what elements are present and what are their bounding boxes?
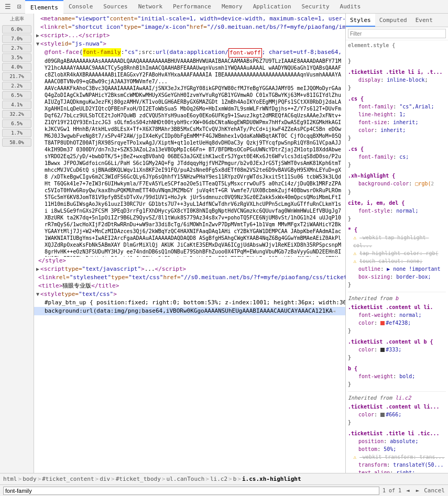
prop-transform-tl: transform: translateY(50...: [353, 461, 446, 469]
prop-webkit-transform-1: ⚠ -webkit-transform: trans...: [353, 453, 446, 461]
rule-xh-highlight: .xh-highlight { background-color: □rgb(2…: [348, 172, 446, 196]
breadcrumb-body[interactable]: body: [23, 476, 37, 482]
gutter-item-2[interactable]: 7.0%: [2, 35, 31, 43]
tab-elements[interactable]: Elements: [25, 0, 63, 14]
tab-application[interactable]: Application: [248, 0, 297, 14]
code-line-2: <link rel="shortcut icon" type="image/x-…: [34, 23, 345, 31]
tab-sources[interactable]: Sources: [98, 0, 133, 14]
prop-background-color: background-color: □rgb(2: [353, 180, 446, 188]
prop-font-weight: font-weight: normal;: [353, 311, 446, 319]
warning-icon-1: ⚠: [353, 235, 356, 240]
prop-color-666: color: #666;: [353, 411, 446, 418]
tab-audits[interactable]: Audits: [335, 0, 366, 14]
code-line-fontface: @font-face{font-family:"cs";src:url(data…: [34, 48, 345, 257]
gutter-item-7[interactable]: 2.2%: [2, 82, 31, 90]
rule-ticketlist-title: .ticketList .title li i, .t... display: …: [348, 68, 446, 92]
rule-selector-star: * {: [348, 227, 357, 233]
rule-selector-tl-ul: .ticketList .content ul li.: [348, 304, 433, 310]
search-cancel-button[interactable]: Cancel: [424, 487, 445, 494]
breadcrumb-sep-3: >: [95, 476, 99, 482]
gutter-item-1[interactable]: 6.0%: [2, 25, 31, 34]
tab-security[interactable]: Security: [297, 0, 335, 14]
gutter-item-9[interactable]: 4.1%: [2, 101, 31, 109]
gutter-item-11[interactable]: 6.5%: [2, 119, 31, 128]
breadcrumb-ticket-tbody[interactable]: #ticket_tbody: [116, 476, 161, 482]
breadcrumb-div[interactable]: div: [100, 476, 110, 482]
divider-2: [348, 391, 446, 392]
elements-content[interactable]: <meta name="viewport" content="initial-s…: [34, 14, 345, 473]
tab-console[interactable]: Console: [63, 0, 98, 14]
breadcrumb-li-c2[interactable]: li.c2: [210, 476, 227, 482]
breadcrumb-html[interactable]: html: [3, 476, 17, 482]
elements-panel: <meta name="viewport" content="initial-s…: [34, 14, 346, 473]
select-icon[interactable]: ⊡: [14, 1, 25, 13]
rule-close-brace: }: [348, 58, 351, 64]
tab-performance[interactable]: Performance: [168, 0, 216, 14]
tab-network[interactable]: Network: [133, 0, 168, 14]
rule-selector-cs1: .cs {: [348, 96, 364, 102]
rule-selector-tl-b: .ticketList .content ul b {: [348, 339, 433, 345]
styles-panel: Styles Computed Event List element.style…: [346, 14, 448, 473]
gutter-item-12[interactable]: 1.7%: [2, 129, 31, 137]
gutter-item-8[interactable]: 6.5%: [2, 91, 31, 100]
breadcrumb-bar: html > body > #ticket_content > div > #t…: [0, 473, 448, 484]
rule-selector-cs2: .cs {: [348, 146, 364, 152]
search-bar: 1 of 1 ◄ ► Cancel: [0, 484, 448, 496]
gutter-item-6[interactable]: 21.7%: [2, 72, 31, 81]
gutter-item-13[interactable]: 58.0%: [2, 138, 31, 147]
color-swatch-red: [380, 321, 385, 325]
prop-color-red: color: #ef4238;: [353, 319, 446, 327]
gutter-item-3[interactable]: 2.7%: [2, 44, 31, 52]
rule-star: * { ⚠ -webkit-tap-highlight-col... ⚠ tap…: [348, 226, 446, 289]
rule-selector-ticketlist: .ticketList .title li i, .t...: [348, 69, 443, 75]
code-line-title: <title>猫眼专业版</title>: [34, 282, 345, 290]
styles-tabs: Styles Computed Event List: [346, 14, 448, 27]
prop-position-abs: position: absolute;: [353, 437, 446, 445]
gutter-item-5[interactable]: 4.0%: [2, 63, 31, 71]
prop-webkit-tap: ⚠ -webkit-tap-highlight-col...: [353, 234, 446, 249]
rule-selector-tl-ul-li: .ticketList .content ul li...: [348, 404, 440, 410]
filter-input[interactable]: [348, 29, 446, 38]
breadcrumb-sep-8: >: [237, 476, 241, 482]
prop-box-sizing: box-sizing: border-box;: [353, 273, 446, 281]
search-result: 1 of 1: [383, 488, 401, 493]
code-line-3: ▶<script>...</script>: [34, 31, 345, 40]
search-next-button[interactable]: ►: [414, 487, 421, 494]
code-line-style-close: </style>: [34, 257, 345, 265]
rule-cs-1: .cs { font-family: "cs",Arial; line-heig…: [348, 95, 446, 142]
search-input[interactable]: [3, 487, 379, 495]
inspect-icon[interactable]: ☰: [2, 1, 14, 13]
rule-b-bold: b { font-weight: bold; }: [348, 365, 446, 388]
tab-computed[interactable]: Computed: [375, 14, 411, 27]
rule-element-style: element.style { }: [348, 41, 446, 65]
prop-font-style: font-style: normal;: [353, 207, 446, 215]
breadcrumb-sep-2: >: [38, 476, 41, 482]
code-line-1: <meta name="viewport" content="initial-s…: [34, 15, 345, 23]
prop-outline: outline: ▶ none !important: [353, 265, 446, 273]
main-container: 上底率 6.0% 7.0% 2.7% 3.5% 4.0% 21.7% 2.2% …: [0, 14, 448, 473]
tab-event-list[interactable]: Event List: [411, 14, 448, 27]
search-prev-button[interactable]: ◄: [405, 487, 411, 494]
tab-styles[interactable]: Styles: [346, 14, 375, 27]
breadcrumb-sep-7: >: [228, 476, 232, 482]
tab-memory[interactable]: Memory: [216, 0, 248, 14]
prop-color-dark: color: #333;: [353, 346, 446, 354]
gutter-item-10[interactable]: 32.2%: [2, 110, 31, 118]
breadcrumb-sep-6: >: [205, 476, 209, 482]
styles-content[interactable]: element.style { } .ticketList .title li …: [346, 40, 448, 473]
gutter-item-4[interactable]: 3.5%: [2, 53, 31, 62]
prop-display: display: inline-block;: [353, 76, 446, 84]
prop-tap-highlight: ⚠ tap-highlight-color: rgb(: [353, 249, 446, 257]
color-swatch-333: [380, 348, 385, 352]
divider-1: [348, 292, 446, 292]
code-line-style3: ▼<style type="text/css">: [34, 290, 345, 299]
breadcrumb-b[interactable]: b: [233, 476, 237, 482]
warning-icon-3: ⚠: [353, 258, 356, 264]
breadcrumb-ul-cantouch[interactable]: ul.canTouch: [166, 476, 204, 482]
breadcrumb-sep-4: >: [111, 476, 115, 482]
breadcrumb-ticket-content[interactable]: #ticket_content: [42, 476, 94, 482]
prop-text-align: text-align: right;: [353, 469, 446, 473]
rule-ticketlist-content-ul-li: .ticketList .content ul li... color: #66…: [348, 403, 446, 426]
rule-selector-element: element.style {: [348, 42, 395, 48]
breadcrumb-i-cs[interactable]: i.cs.xh-highlight: [242, 476, 301, 482]
